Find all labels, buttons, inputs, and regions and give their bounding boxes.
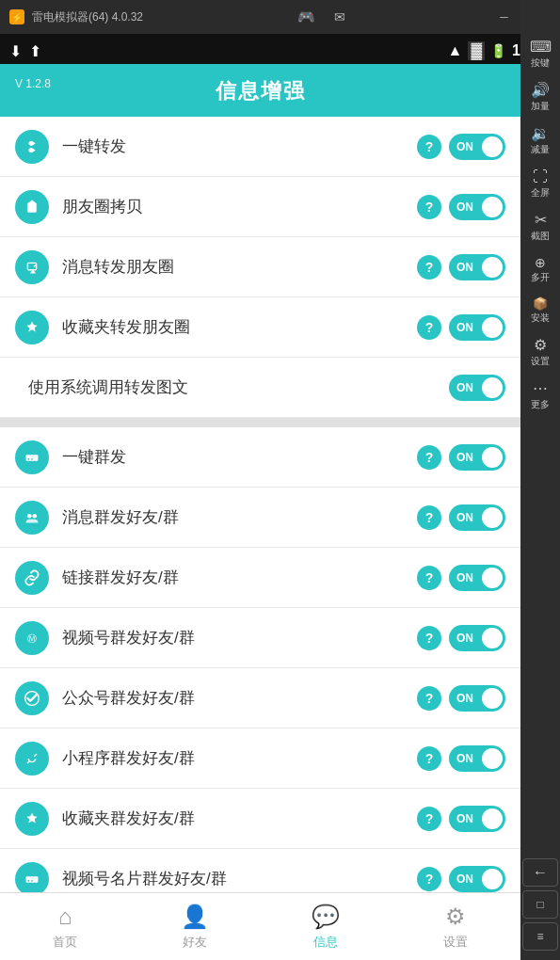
- menu-item-moments-copy[interactable]: 朋友圈拷贝 ?: [0, 177, 520, 237]
- video-card-broadcast-icon: [15, 862, 49, 893]
- menu-item-msg-broadcast[interactable]: 消息群发好友/群 ?: [0, 488, 520, 548]
- sidebar-btn-install[interactable]: 📦 安装: [522, 292, 558, 330]
- video-broadcast-toggle[interactable]: [449, 625, 505, 651]
- fav-forward-label: 收藏夹转发朋友圈: [62, 316, 417, 338]
- svg-point-7: [27, 457, 29, 459]
- fullscreen-icon: ⛶: [533, 169, 548, 184]
- status-left-icons: ⬇ ⬆: [9, 42, 41, 60]
- vol-up-icon: 🔊: [531, 83, 550, 98]
- settings-icon: ⚙: [534, 338, 547, 353]
- svg-point-21: [27, 879, 29, 881]
- fav-forward-icon: [15, 311, 49, 344]
- signal-icon: ▓: [468, 41, 485, 60]
- msg-forward-help-button[interactable]: ?: [417, 255, 441, 280]
- link-broadcast-toggle[interactable]: [449, 565, 505, 591]
- home-button[interactable]: □: [522, 890, 558, 919]
- mini-broadcast-help-button[interactable]: ?: [417, 746, 441, 771]
- sidebar-btn-vol-up[interactable]: 🔊 加量: [522, 77, 558, 119]
- svg-point-17: [23, 748, 41, 767]
- mini-broadcast-label: 小程序群发好友/群: [62, 747, 417, 769]
- msg-broadcast-icon: [15, 501, 49, 535]
- wifi-icon: ▲: [448, 42, 463, 59]
- video-card-broadcast-help-button[interactable]: ?: [417, 867, 441, 891]
- video-broadcast-icon: Ⓜ: [15, 621, 49, 655]
- recent-button[interactable]: ≡: [522, 922, 558, 951]
- menu-item-link-broadcast[interactable]: 链接群发好友/群 ?: [0, 548, 520, 608]
- app-icon: ⚡: [9, 9, 24, 24]
- upload-icon: ⬆: [29, 42, 41, 60]
- sidebar-btn-vol-down[interactable]: 🔉 减量: [522, 120, 558, 162]
- sidebar-btn-multi[interactable]: ⊕ 多开: [522, 250, 558, 290]
- version-label: V 1.2.8: [15, 77, 51, 90]
- email-icon: ✉: [334, 9, 345, 24]
- sidebar-btn-screenshot[interactable]: ✂ 截图: [522, 207, 558, 248]
- msg-forward-toggle[interactable]: [449, 254, 505, 280]
- menu-item-fav-broadcast[interactable]: 收藏夹群发好友/群 ?: [0, 789, 520, 849]
- forward-help-button[interactable]: ?: [417, 135, 441, 159]
- menu-item-fav-forward[interactable]: 收藏夹转发朋友圈 ?: [0, 297, 520, 358]
- svg-point-0: [24, 137, 40, 154]
- settings-nav-icon: ⚙: [445, 904, 466, 930]
- mini-broadcast-toggle[interactable]: [449, 745, 505, 772]
- sidebar-btn-keyboard[interactable]: ⌨ 按键: [522, 34, 558, 75]
- app-title: 信息增强: [15, 77, 505, 105]
- menu-item-official-broadcast[interactable]: 公众号群发好友/群 ?: [0, 668, 520, 728]
- nav-home[interactable]: ⌂ 首页: [0, 893, 130, 960]
- settings-nav-label: 设置: [443, 934, 468, 951]
- menu-item-broadcast[interactable]: 一键群发 ?: [0, 427, 520, 488]
- msg-broadcast-toggle[interactable]: [449, 504, 505, 531]
- messages-nav-label: 信息: [313, 934, 338, 951]
- link-broadcast-help-button[interactable]: ?: [417, 566, 441, 590]
- sidebar-btn-more[interactable]: ⋯ 更多: [522, 376, 558, 417]
- install-icon: 📦: [533, 297, 548, 310]
- forward-toggle[interactable]: [449, 134, 505, 160]
- multi-icon: ⊕: [535, 256, 546, 269]
- msg-forward-label: 消息转发朋友圈: [62, 256, 417, 278]
- official-broadcast-help-button[interactable]: ?: [417, 686, 441, 711]
- messages-nav-icon: 💬: [312, 904, 340, 930]
- video-card-broadcast-toggle[interactable]: [449, 866, 505, 892]
- menu-item-video-card-broadcast[interactable]: 视频号名片群发好友/群 ?: [0, 849, 520, 892]
- menu-item-forward[interactable]: 一键转发 ?: [0, 117, 520, 177]
- official-broadcast-toggle[interactable]: [449, 685, 505, 712]
- broadcast-icon: [15, 440, 49, 474]
- official-broadcast-icon: [15, 681, 49, 715]
- fav-forward-help-button[interactable]: ?: [417, 315, 441, 340]
- menu-item-mini-broadcast[interactable]: 小程序群发好友/群 ?: [0, 728, 520, 789]
- nav-settings[interactable]: ⚙ 设置: [391, 893, 520, 960]
- menu-item-video-broadcast[interactable]: Ⓜ 视频号群发好友/群 ?: [0, 608, 520, 668]
- titlebar-left: ⚡ 雷电模拟器(64) 4.0.32: [9, 9, 143, 25]
- main-content: V 1.2.8 信息增强 一键转发 ? 朋友圈拷贝 ? 消息转发朋友圈 ? 收藏…: [0, 64, 520, 892]
- section-divider: [0, 418, 520, 427]
- sys-forward-toggle[interactable]: [449, 375, 505, 401]
- fav-broadcast-icon: [15, 802, 49, 836]
- fav-broadcast-help-button[interactable]: ?: [417, 807, 441, 831]
- nav-friends[interactable]: 👤 好友: [130, 893, 260, 960]
- fav-forward-toggle[interactable]: [449, 314, 505, 341]
- keyboard-icon: ⌨: [530, 40, 552, 55]
- window-titlebar: ⚡ 雷电模拟器(64) 4.0.32 🎮 ✉ ─ □ ✕: [0, 0, 560, 34]
- svg-point-22: [31, 879, 33, 881]
- video-broadcast-help-button[interactable]: ?: [417, 626, 441, 650]
- fav-broadcast-toggle[interactable]: [449, 806, 505, 832]
- minimize-button[interactable]: ─: [500, 10, 508, 24]
- svg-point-8: [31, 457, 33, 459]
- moments-copy-icon: [15, 190, 49, 224]
- broadcast-toggle[interactable]: [449, 444, 505, 471]
- sidebar-btn-fullscreen[interactable]: ⛶ 全屏: [522, 164, 558, 205]
- nav-messages[interactable]: 💬 信息: [261, 893, 391, 960]
- mini-broadcast-icon: [15, 742, 49, 776]
- link-broadcast-label: 链接群发好友/群: [62, 567, 417, 588]
- menu-item-sys-forward[interactable]: 使用系统调用转发图文: [0, 358, 520, 418]
- forward-icon: [15, 130, 49, 164]
- status-bar: ⬇ ⬆ ▲ ▓ 🔋 12:57: [0, 34, 560, 68]
- back-button[interactable]: ←: [522, 858, 558, 887]
- broadcast-help-button[interactable]: ?: [417, 445, 441, 470]
- moments-copy-help-button[interactable]: ?: [417, 195, 441, 219]
- window-title: 雷电模拟器(64) 4.0.32: [32, 9, 143, 25]
- sidebar-btn-settings[interactable]: ⚙ 设置: [522, 332, 558, 374]
- svg-text:Ⓜ: Ⓜ: [27, 632, 37, 643]
- msg-broadcast-help-button[interactable]: ?: [417, 505, 441, 530]
- moments-copy-toggle[interactable]: [449, 194, 505, 220]
- menu-item-msg-forward[interactable]: 消息转发朋友圈 ?: [0, 237, 520, 297]
